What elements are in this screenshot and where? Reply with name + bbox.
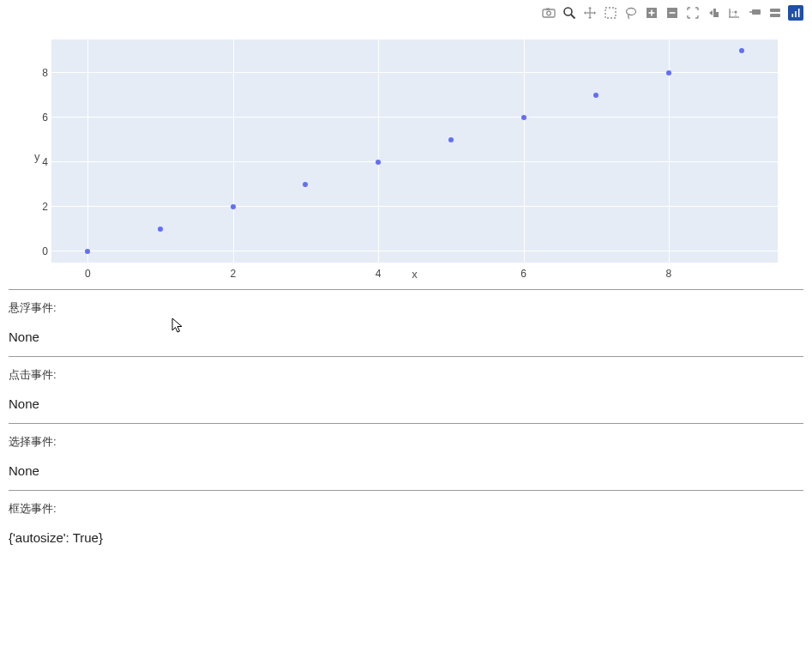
spike-lines-icon[interactable] bbox=[726, 5, 742, 21]
plotly-modebar bbox=[0, 0, 812, 22]
data-point[interactable] bbox=[376, 160, 381, 165]
svg-point-3 bbox=[564, 8, 572, 15]
data-point[interactable] bbox=[739, 48, 744, 53]
reset-axes-icon[interactable] bbox=[706, 5, 721, 21]
svg-rect-19 bbox=[752, 9, 761, 15]
hover-event-section: 悬浮事件: None bbox=[9, 289, 803, 356]
data-point[interactable] bbox=[85, 249, 90, 254]
events-panel: 悬浮事件: None 点击事件: None 选择事件: None 框选事件: {… bbox=[0, 289, 812, 583]
hover-compare-icon[interactable] bbox=[767, 5, 783, 21]
data-point[interactable] bbox=[521, 115, 526, 120]
y-tick-label: 8 bbox=[31, 67, 48, 79]
svg-point-8 bbox=[627, 9, 636, 15]
svg-line-4 bbox=[571, 15, 575, 19]
relayout-event-label: 框选事件: bbox=[9, 501, 803, 517]
x-tick-label: 4 bbox=[376, 268, 382, 280]
svg-rect-22 bbox=[792, 14, 794, 17]
svg-rect-21 bbox=[770, 14, 780, 17]
data-point[interactable] bbox=[666, 70, 671, 76]
data-point[interactable] bbox=[448, 137, 454, 142]
hover-event-value: None bbox=[9, 330, 803, 344]
zoom-in-icon[interactable] bbox=[644, 5, 659, 21]
plotly-logo-icon[interactable] bbox=[788, 5, 803, 21]
chart-container: y 0246802468 x bbox=[0, 22, 812, 289]
data-point[interactable] bbox=[593, 93, 598, 98]
gridline-v bbox=[87, 39, 88, 263]
box-select-icon[interactable] bbox=[603, 5, 618, 21]
svg-rect-24 bbox=[798, 9, 800, 17]
svg-point-1 bbox=[547, 11, 551, 15]
camera-icon[interactable] bbox=[541, 5, 556, 21]
data-point[interactable] bbox=[158, 227, 163, 232]
pan-icon[interactable] bbox=[582, 5, 598, 21]
select-event-section: 选择事件: None bbox=[9, 423, 803, 490]
svg-rect-0 bbox=[543, 9, 555, 17]
svg-rect-2 bbox=[546, 9, 550, 10]
click-event-section: 点击事件: None bbox=[9, 356, 803, 423]
gridline-v bbox=[378, 39, 379, 263]
svg-rect-20 bbox=[770, 9, 780, 12]
zoom-out-icon[interactable] bbox=[665, 5, 680, 21]
gridline-v bbox=[524, 39, 525, 263]
svg-rect-23 bbox=[795, 11, 797, 17]
y-tick-label: 0 bbox=[31, 245, 48, 257]
relayout-event-value: {'autosize': True} bbox=[9, 530, 803, 545]
y-tick-label: 6 bbox=[31, 112, 48, 124]
scatter-plot[interactable]: 0246802468 bbox=[51, 39, 778, 263]
x-tick-label: 8 bbox=[666, 268, 672, 280]
gridline-v bbox=[233, 39, 234, 263]
svg-rect-7 bbox=[605, 8, 616, 18]
x-tick-label: 2 bbox=[230, 268, 236, 280]
hover-event-label: 悬浮事件: bbox=[9, 300, 803, 316]
select-event-label: 选择事件: bbox=[9, 434, 803, 450]
autoscale-icon[interactable] bbox=[685, 5, 701, 21]
click-event-label: 点击事件: bbox=[9, 367, 803, 383]
svg-point-18 bbox=[735, 11, 737, 14]
data-point[interactable] bbox=[231, 204, 236, 209]
data-point[interactable] bbox=[303, 182, 308, 187]
lasso-select-icon[interactable] bbox=[623, 5, 639, 21]
y-tick-label: 2 bbox=[31, 201, 48, 213]
hover-closest-icon[interactable] bbox=[747, 5, 762, 21]
click-event-value: None bbox=[9, 396, 803, 411]
relayout-event-section: 框选事件: {'autosize': True} bbox=[9, 490, 803, 557]
zoom-icon[interactable] bbox=[562, 5, 577, 21]
x-tick-label: 6 bbox=[520, 268, 526, 280]
y-tick-label: 4 bbox=[31, 156, 48, 168]
x-tick-label: 0 bbox=[85, 268, 91, 280]
select-event-value: None bbox=[9, 463, 803, 478]
